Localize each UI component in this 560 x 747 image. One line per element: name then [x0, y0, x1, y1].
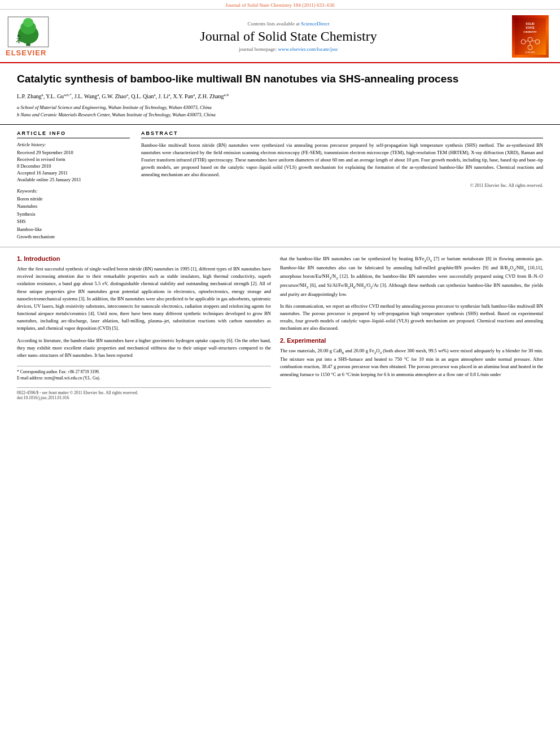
svg-point-3 [23, 18, 33, 27]
keyword-nanotubes: Nanotubes [17, 203, 130, 211]
right-paragraph-1: that the bamboo-like BN nanotubes can be… [280, 255, 543, 298]
svg-point-4 [18, 34, 21, 37]
article-info-column: ARTICLE INFO Article history: Received 2… [17, 130, 130, 242]
cover-image-area: SOLID STATE CHEMISTRY ELSEVIER [504, 15, 549, 58]
svg-text:CHEMISTRY: CHEMISTRY [523, 30, 537, 33]
svg-text:STATE: STATE [526, 26, 535, 29]
elsevier-brand-text: ELSEVIER [6, 49, 46, 57]
page-wrapper: Journal of Solid State Chemistry 184 (20… [0, 0, 560, 406]
keyword-shs: SHS [17, 218, 130, 226]
experimental-paragraph-1: The raw materials, 20.00 g CaB6 and 20.0… [280, 347, 543, 378]
journal-ref-text: Journal of Solid State Chemistry 184 (20… [226, 2, 335, 8]
keyword-growth-mechanism: Growth mechanism [17, 233, 130, 241]
copyright-line: © 2011 Elsevier Inc. All rights reserved… [141, 183, 543, 188]
issn-text: 0022-4596/$ - see front matter © 2011 El… [17, 390, 271, 395]
journal-cover-image: SOLID STATE CHEMISTRY ELSEVIER [512, 15, 549, 58]
experimental-section-title: 2. Experimental [280, 337, 543, 344]
elsevier-tree-icon [6, 16, 51, 47]
homepage-line: journal homepage: www.elsevier.com/locat… [73, 46, 504, 52]
doi-text: doi:10.1016/j.jssc.2011.01.016 [17, 395, 271, 400]
intro-title-text: Introduction [24, 255, 60, 262]
body-left-column: 1. Introduction After the first successf… [17, 255, 271, 400]
authors-line: L.P. Zhanga, Y.L. Gua,b,*, J.L. Wanga, G… [17, 92, 543, 101]
svg-text:ELSEVIER: ELSEVIER [525, 51, 535, 54]
email-note: E-mail address: ncm@mail.wit.edu.cn (Y.L… [17, 375, 271, 381]
journal-homepage-link[interactable]: www.elsevier.com/locate/jssc [278, 46, 338, 52]
intro-paragraph-2: According to literature, the bamboo-like… [17, 337, 271, 360]
cover-art-icon: SOLID STATE CHEMISTRY ELSEVIER [515, 18, 546, 55]
article-history-label: Article history: [17, 142, 130, 147]
footnote-section: * Corresponding author. Fax: +86 27 8719… [17, 366, 271, 382]
intro-paragraph-1: After the first successful synthesis of … [17, 265, 271, 333]
abstract-heading: ABSTRACT [141, 130, 543, 138]
experimental-title-text: Experimental [287, 337, 326, 344]
article-info-heading: ARTICLE INFO [17, 130, 130, 138]
keyword-bamboo-like: Bamboo-like [17, 226, 130, 234]
received-revised-label: Received in revised form [17, 156, 130, 162]
journal-header: ELSEVIER Contents lists available at Sci… [0, 10, 560, 63]
keyword-boron-nitride: Boron nitride [17, 195, 130, 203]
revised-date: 8 December 2010 [17, 163, 130, 169]
publisher-logo-area: ELSEVIER [6, 16, 73, 57]
intro-section-title: 1. Introduction [17, 255, 271, 262]
affiliations: a School of Material Science and Enginee… [17, 104, 543, 119]
journal-name-heading: Journal of Solid State Chemistry [73, 29, 504, 44]
abstract-column: ABSTRACT Bamboo-like multiwall boron nit… [141, 130, 543, 242]
journal-title-area: Contents lists available at ScienceDirec… [73, 21, 504, 52]
accepted-date: Accepted 16 January 2011 [17, 170, 130, 176]
affiliation-b: b Nano and Ceramic Materials Research Ce… [17, 111, 543, 119]
paper-title-section: Catalytic synthesis of bamboo-like multi… [0, 63, 560, 125]
main-body-section: 1. Introduction After the first successf… [0, 247, 560, 406]
contents-available-line: Contents lists available at ScienceDirec… [73, 21, 504, 27]
body-right-column: that the bamboo-like BN nanotubes can be… [280, 255, 543, 400]
article-info-abstract-section: ARTICLE INFO Article history: Received 2… [0, 125, 560, 248]
keywords-label: Keywords: [17, 188, 130, 194]
corresponding-author-note: * Corresponding author. Fax: +86 27 8719… [17, 369, 271, 375]
affiliation-a: a School of Material Science and Enginee… [17, 104, 543, 111]
svg-text:SOLID: SOLID [526, 22, 535, 25]
sciencedirect-link[interactable]: ScienceDirect [301, 21, 329, 27]
right-paragraph-2: In this communication, we report an effe… [280, 303, 543, 333]
keywords-section: Keywords: Boron nitride Nanotubes Synthe… [17, 188, 130, 242]
available-online-date: Available online 25 January 2011 [17, 177, 130, 182]
paper-title: Catalytic synthesis of bamboo-like multi… [17, 72, 543, 86]
keyword-synthesis: Synthesis [17, 211, 130, 219]
abstract-text: Bamboo-like multiwall boron nitride (BN)… [141, 142, 543, 179]
elsevier-logo: ELSEVIER [6, 16, 73, 57]
received-date: Received 29 September 2010 [17, 150, 130, 155]
journal-reference-bar: Journal of Solid State Chemistry 184 (20… [0, 0, 560, 10]
doi-issn-section: 0022-4596/$ - see front matter © 2011 El… [17, 387, 271, 400]
